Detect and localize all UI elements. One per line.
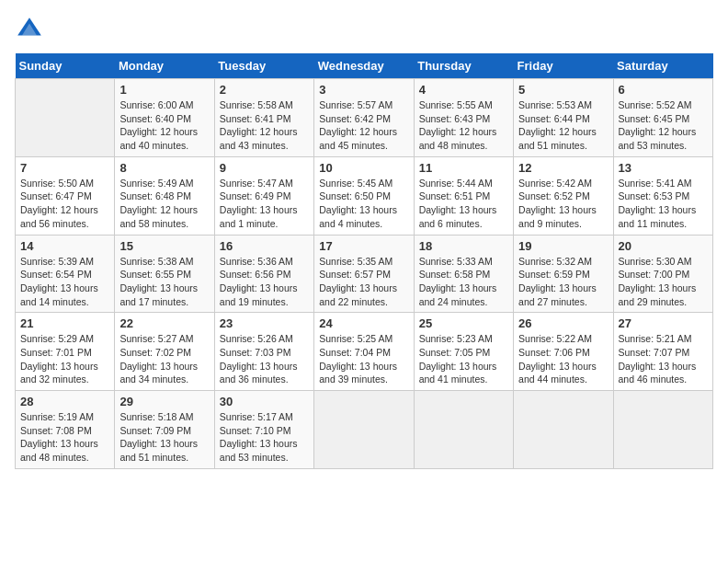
calendar-cell: 23Sunrise: 5:26 AMSunset: 7:03 PMDayligh… xyxy=(214,313,313,391)
day-info: Sunrise: 5:42 AMSunset: 6:52 PMDaylight:… xyxy=(518,177,608,231)
calendar-cell: 8Sunrise: 5:49 AMSunset: 6:48 PMDaylight… xyxy=(115,156,214,235)
day-info: Sunrise: 5:50 AMSunset: 6:47 PMDaylight:… xyxy=(20,177,109,231)
calendar-cell: 15Sunrise: 5:38 AMSunset: 6:55 PMDayligh… xyxy=(115,235,214,313)
calendar-header-row: SundayMondayTuesdayWednesdayThursdayFrid… xyxy=(16,53,713,79)
day-number: 26 xyxy=(518,316,608,330)
calendar-cell: 4Sunrise: 5:55 AMSunset: 6:43 PMDaylight… xyxy=(414,79,513,157)
day-info: Sunrise: 5:57 AMSunset: 6:42 PMDaylight:… xyxy=(319,98,408,153)
day-number: 29 xyxy=(119,395,209,408)
calendar-cell: 24Sunrise: 5:25 AMSunset: 7:04 PMDayligh… xyxy=(314,313,414,391)
day-number: 16 xyxy=(220,239,309,253)
calendar-cell xyxy=(613,391,712,469)
calendar-cell: 18Sunrise: 5:33 AMSunset: 6:58 PMDayligh… xyxy=(414,235,513,313)
day-info: Sunrise: 5:45 AMSunset: 6:50 PMDaylight:… xyxy=(319,177,408,231)
day-number: 24 xyxy=(319,316,408,330)
day-number: 9 xyxy=(220,161,309,175)
calendar-cell: 14Sunrise: 5:39 AMSunset: 6:54 PMDayligh… xyxy=(16,235,115,313)
day-number: 27 xyxy=(619,316,708,330)
day-number: 12 xyxy=(518,161,608,175)
day-info: Sunrise: 5:32 AMSunset: 6:59 PMDaylight:… xyxy=(518,255,608,309)
day-number: 4 xyxy=(419,83,508,97)
day-info: Sunrise: 5:18 AMSunset: 7:09 PMDaylight:… xyxy=(119,410,209,465)
logo-icon xyxy=(15,15,44,44)
calendar-day-header: Thursday xyxy=(414,53,513,79)
calendar-week-row: 1Sunrise: 6:00 AMSunset: 6:40 PMDaylight… xyxy=(16,79,713,157)
calendar-cell xyxy=(16,79,115,157)
day-number: 14 xyxy=(20,239,109,253)
day-info: Sunrise: 5:55 AMSunset: 6:43 PMDaylight:… xyxy=(419,98,508,153)
calendar-cell: 5Sunrise: 5:53 AMSunset: 6:44 PMDaylight… xyxy=(514,79,613,157)
day-number: 1 xyxy=(119,83,209,97)
day-info: Sunrise: 5:52 AMSunset: 6:45 PMDaylight:… xyxy=(619,98,708,153)
day-info: Sunrise: 5:44 AMSunset: 6:51 PMDaylight:… xyxy=(419,177,508,231)
calendar-cell: 29Sunrise: 5:18 AMSunset: 7:09 PMDayligh… xyxy=(115,391,214,469)
calendar-day-header: Tuesday xyxy=(214,53,313,79)
day-info: Sunrise: 5:35 AMSunset: 6:57 PMDaylight:… xyxy=(319,255,408,309)
day-info: Sunrise: 5:36 AMSunset: 6:56 PMDaylight:… xyxy=(220,255,309,309)
day-info: Sunrise: 5:21 AMSunset: 7:07 PMDaylight:… xyxy=(619,332,708,386)
calendar-day-header: Friday xyxy=(514,53,613,79)
day-number: 22 xyxy=(119,316,209,330)
calendar-cell: 3Sunrise: 5:57 AMSunset: 6:42 PMDaylight… xyxy=(314,79,414,157)
day-info: Sunrise: 5:30 AMSunset: 7:00 PMDaylight:… xyxy=(619,255,708,309)
day-info: Sunrise: 5:53 AMSunset: 6:44 PMDaylight:… xyxy=(518,98,608,153)
calendar-cell: 22Sunrise: 5:27 AMSunset: 7:02 PMDayligh… xyxy=(115,313,214,391)
day-number: 30 xyxy=(220,395,309,408)
calendar-cell: 27Sunrise: 5:21 AMSunset: 7:07 PMDayligh… xyxy=(613,313,712,391)
day-number: 7 xyxy=(20,161,109,175)
calendar-day-header: Wednesday xyxy=(314,53,414,79)
day-number: 25 xyxy=(419,316,508,330)
calendar-cell: 10Sunrise: 5:45 AMSunset: 6:50 PMDayligh… xyxy=(314,156,414,235)
day-number: 23 xyxy=(220,316,309,330)
calendar-cell: 16Sunrise: 5:36 AMSunset: 6:56 PMDayligh… xyxy=(214,235,313,313)
calendar-week-row: 28Sunrise: 5:19 AMSunset: 7:08 PMDayligh… xyxy=(16,391,713,469)
day-number: 20 xyxy=(619,239,708,253)
day-info: Sunrise: 5:29 AMSunset: 7:01 PMDaylight:… xyxy=(20,332,109,386)
day-number: 13 xyxy=(619,161,708,175)
day-info: Sunrise: 5:25 AMSunset: 7:04 PMDaylight:… xyxy=(319,332,408,386)
calendar-week-row: 7Sunrise: 5:50 AMSunset: 6:47 PMDaylight… xyxy=(16,156,713,235)
calendar-cell: 11Sunrise: 5:44 AMSunset: 6:51 PMDayligh… xyxy=(414,156,513,235)
calendar-cell xyxy=(314,391,414,469)
calendar-cell: 6Sunrise: 5:52 AMSunset: 6:45 PMDaylight… xyxy=(613,79,712,157)
day-info: Sunrise: 5:49 AMSunset: 6:48 PMDaylight:… xyxy=(119,177,209,231)
day-number: 10 xyxy=(319,161,408,175)
day-number: 8 xyxy=(119,161,209,175)
day-info: Sunrise: 6:00 AMSunset: 6:40 PMDaylight:… xyxy=(119,98,209,153)
calendar-cell: 19Sunrise: 5:32 AMSunset: 6:59 PMDayligh… xyxy=(514,235,613,313)
calendar-cell xyxy=(514,391,613,469)
day-number: 3 xyxy=(319,83,408,97)
day-number: 6 xyxy=(619,83,708,97)
day-number: 18 xyxy=(419,239,508,253)
day-number: 17 xyxy=(319,239,408,253)
calendar-cell: 20Sunrise: 5:30 AMSunset: 7:00 PMDayligh… xyxy=(613,235,712,313)
day-number: 21 xyxy=(20,316,109,330)
day-number: 28 xyxy=(20,395,109,408)
day-info: Sunrise: 5:58 AMSunset: 6:41 PMDaylight:… xyxy=(220,98,309,153)
day-info: Sunrise: 5:33 AMSunset: 6:58 PMDaylight:… xyxy=(419,255,508,309)
day-info: Sunrise: 5:23 AMSunset: 7:05 PMDaylight:… xyxy=(419,332,508,386)
day-info: Sunrise: 5:47 AMSunset: 6:49 PMDaylight:… xyxy=(220,177,309,231)
day-info: Sunrise: 5:39 AMSunset: 6:54 PMDaylight:… xyxy=(20,255,109,309)
calendar-cell: 25Sunrise: 5:23 AMSunset: 7:05 PMDayligh… xyxy=(414,313,513,391)
day-info: Sunrise: 5:38 AMSunset: 6:55 PMDaylight:… xyxy=(119,255,209,309)
calendar-cell: 17Sunrise: 5:35 AMSunset: 6:57 PMDayligh… xyxy=(314,235,414,313)
calendar-day-header: Saturday xyxy=(613,53,712,79)
calendar-cell: 26Sunrise: 5:22 AMSunset: 7:06 PMDayligh… xyxy=(514,313,613,391)
day-info: Sunrise: 5:22 AMSunset: 7:06 PMDaylight:… xyxy=(518,332,608,386)
calendar-cell: 12Sunrise: 5:42 AMSunset: 6:52 PMDayligh… xyxy=(514,156,613,235)
day-number: 15 xyxy=(119,239,209,253)
calendar-day-header: Monday xyxy=(115,53,214,79)
calendar-cell: 1Sunrise: 6:00 AMSunset: 6:40 PMDaylight… xyxy=(115,79,214,157)
calendar-cell: 2Sunrise: 5:58 AMSunset: 6:41 PMDaylight… xyxy=(214,79,313,157)
logo xyxy=(15,15,48,44)
calendar-cell: 13Sunrise: 5:41 AMSunset: 6:53 PMDayligh… xyxy=(613,156,712,235)
calendar-cell: 30Sunrise: 5:17 AMSunset: 7:10 PMDayligh… xyxy=(214,391,313,469)
day-number: 19 xyxy=(518,239,608,253)
day-number: 5 xyxy=(518,83,608,97)
day-info: Sunrise: 5:27 AMSunset: 7:02 PMDaylight:… xyxy=(119,332,209,386)
calendar-cell: 9Sunrise: 5:47 AMSunset: 6:49 PMDaylight… xyxy=(214,156,313,235)
day-info: Sunrise: 5:17 AMSunset: 7:10 PMDaylight:… xyxy=(220,410,309,465)
calendar-cell: 28Sunrise: 5:19 AMSunset: 7:08 PMDayligh… xyxy=(16,391,115,469)
calendar-week-row: 21Sunrise: 5:29 AMSunset: 7:01 PMDayligh… xyxy=(16,313,713,391)
